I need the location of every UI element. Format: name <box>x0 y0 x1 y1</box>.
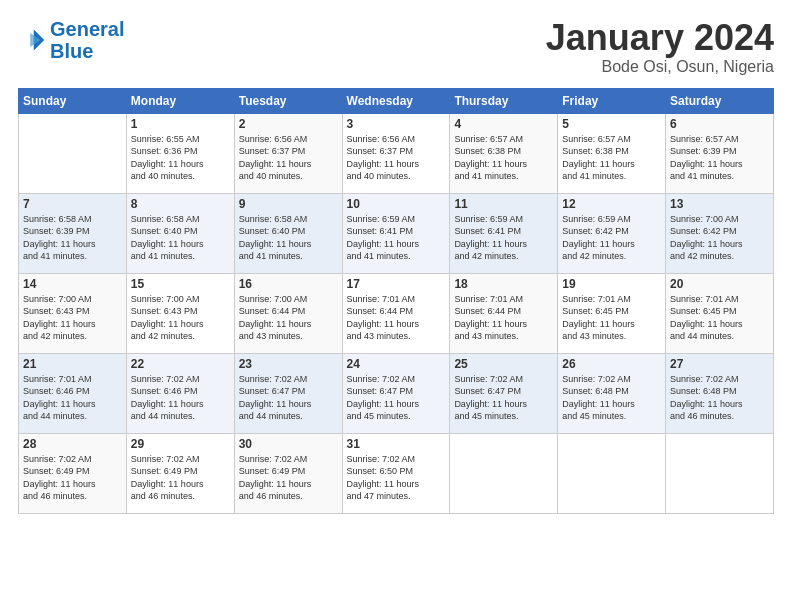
day-number: 16 <box>239 277 338 291</box>
day-number: 4 <box>454 117 553 131</box>
day-number: 14 <box>23 277 122 291</box>
col-header-tuesday: Tuesday <box>234 88 342 113</box>
day-number: 13 <box>670 197 769 211</box>
day-detail: Sunrise: 7:02 AM Sunset: 6:49 PM Dayligh… <box>23 453 122 503</box>
day-detail: Sunrise: 7:02 AM Sunset: 6:48 PM Dayligh… <box>562 373 661 423</box>
day-detail: Sunrise: 6:58 AM Sunset: 6:39 PM Dayligh… <box>23 213 122 263</box>
day-cell: 2Sunrise: 6:56 AM Sunset: 6:37 PM Daylig… <box>234 113 342 193</box>
day-detail: Sunrise: 6:59 AM Sunset: 6:42 PM Dayligh… <box>562 213 661 263</box>
day-number: 9 <box>239 197 338 211</box>
day-number: 17 <box>347 277 446 291</box>
day-cell: 1Sunrise: 6:55 AM Sunset: 6:36 PM Daylig… <box>126 113 234 193</box>
day-cell: 29Sunrise: 7:02 AM Sunset: 6:49 PM Dayli… <box>126 433 234 513</box>
day-cell: 13Sunrise: 7:00 AM Sunset: 6:42 PM Dayli… <box>666 193 774 273</box>
day-cell <box>450 433 558 513</box>
day-number: 7 <box>23 197 122 211</box>
calendar-title: January 2024 <box>546 18 774 58</box>
day-number: 30 <box>239 437 338 451</box>
day-number: 6 <box>670 117 769 131</box>
day-number: 31 <box>347 437 446 451</box>
day-detail: Sunrise: 7:01 AM Sunset: 6:46 PM Dayligh… <box>23 373 122 423</box>
day-detail: Sunrise: 7:01 AM Sunset: 6:44 PM Dayligh… <box>454 293 553 343</box>
day-detail: Sunrise: 7:02 AM Sunset: 6:47 PM Dayligh… <box>239 373 338 423</box>
day-detail: Sunrise: 7:00 AM Sunset: 6:43 PM Dayligh… <box>23 293 122 343</box>
day-number: 25 <box>454 357 553 371</box>
week-row-5: 28Sunrise: 7:02 AM Sunset: 6:49 PM Dayli… <box>19 433 774 513</box>
week-row-4: 21Sunrise: 7:01 AM Sunset: 6:46 PM Dayli… <box>19 353 774 433</box>
day-number: 28 <box>23 437 122 451</box>
day-number: 22 <box>131 357 230 371</box>
day-cell: 10Sunrise: 6:59 AM Sunset: 6:41 PM Dayli… <box>342 193 450 273</box>
calendar-subtitle: Bode Osi, Osun, Nigeria <box>546 58 774 76</box>
day-cell <box>666 433 774 513</box>
day-detail: Sunrise: 6:57 AM Sunset: 6:39 PM Dayligh… <box>670 133 769 183</box>
day-number: 12 <box>562 197 661 211</box>
day-cell: 8Sunrise: 6:58 AM Sunset: 6:40 PM Daylig… <box>126 193 234 273</box>
day-cell: 18Sunrise: 7:01 AM Sunset: 6:44 PM Dayli… <box>450 273 558 353</box>
day-cell: 31Sunrise: 7:02 AM Sunset: 6:50 PM Dayli… <box>342 433 450 513</box>
day-detail: Sunrise: 6:59 AM Sunset: 6:41 PM Dayligh… <box>454 213 553 263</box>
day-detail: Sunrise: 6:57 AM Sunset: 6:38 PM Dayligh… <box>562 133 661 183</box>
day-detail: Sunrise: 7:02 AM Sunset: 6:46 PM Dayligh… <box>131 373 230 423</box>
day-detail: Sunrise: 6:55 AM Sunset: 6:36 PM Dayligh… <box>131 133 230 183</box>
day-detail: Sunrise: 7:01 AM Sunset: 6:44 PM Dayligh… <box>347 293 446 343</box>
day-number: 24 <box>347 357 446 371</box>
day-number: 20 <box>670 277 769 291</box>
day-detail: Sunrise: 7:02 AM Sunset: 6:47 PM Dayligh… <box>347 373 446 423</box>
day-cell: 26Sunrise: 7:02 AM Sunset: 6:48 PM Dayli… <box>558 353 666 433</box>
week-row-2: 7Sunrise: 6:58 AM Sunset: 6:39 PM Daylig… <box>19 193 774 273</box>
col-header-saturday: Saturday <box>666 88 774 113</box>
col-header-thursday: Thursday <box>450 88 558 113</box>
week-row-3: 14Sunrise: 7:00 AM Sunset: 6:43 PM Dayli… <box>19 273 774 353</box>
logo-icon <box>18 26 46 54</box>
day-number: 19 <box>562 277 661 291</box>
day-cell: 15Sunrise: 7:00 AM Sunset: 6:43 PM Dayli… <box>126 273 234 353</box>
day-cell <box>19 113 127 193</box>
day-detail: Sunrise: 7:01 AM Sunset: 6:45 PM Dayligh… <box>562 293 661 343</box>
day-cell: 25Sunrise: 7:02 AM Sunset: 6:47 PM Dayli… <box>450 353 558 433</box>
day-detail: Sunrise: 7:00 AM Sunset: 6:42 PM Dayligh… <box>670 213 769 263</box>
day-detail: Sunrise: 7:02 AM Sunset: 6:49 PM Dayligh… <box>239 453 338 503</box>
day-cell: 12Sunrise: 6:59 AM Sunset: 6:42 PM Dayli… <box>558 193 666 273</box>
day-number: 10 <box>347 197 446 211</box>
logo-general: General <box>50 18 124 40</box>
day-cell: 28Sunrise: 7:02 AM Sunset: 6:49 PM Dayli… <box>19 433 127 513</box>
day-number: 8 <box>131 197 230 211</box>
day-detail: Sunrise: 7:00 AM Sunset: 6:43 PM Dayligh… <box>131 293 230 343</box>
day-cell: 20Sunrise: 7:01 AM Sunset: 6:45 PM Dayli… <box>666 273 774 353</box>
day-cell: 17Sunrise: 7:01 AM Sunset: 6:44 PM Dayli… <box>342 273 450 353</box>
title-block: January 2024 Bode Osi, Osun, Nigeria <box>546 18 774 76</box>
day-number: 2 <box>239 117 338 131</box>
day-detail: Sunrise: 6:58 AM Sunset: 6:40 PM Dayligh… <box>239 213 338 263</box>
day-detail: Sunrise: 7:02 AM Sunset: 6:48 PM Dayligh… <box>670 373 769 423</box>
day-number: 11 <box>454 197 553 211</box>
day-detail: Sunrise: 6:58 AM Sunset: 6:40 PM Dayligh… <box>131 213 230 263</box>
day-number: 21 <box>23 357 122 371</box>
day-cell: 3Sunrise: 6:56 AM Sunset: 6:37 PM Daylig… <box>342 113 450 193</box>
header-row: SundayMondayTuesdayWednesdayThursdayFrid… <box>19 88 774 113</box>
day-cell: 7Sunrise: 6:58 AM Sunset: 6:39 PM Daylig… <box>19 193 127 273</box>
col-header-wednesday: Wednesday <box>342 88 450 113</box>
day-detail: Sunrise: 7:02 AM Sunset: 6:49 PM Dayligh… <box>131 453 230 503</box>
day-cell: 16Sunrise: 7:00 AM Sunset: 6:44 PM Dayli… <box>234 273 342 353</box>
header: General Blue January 2024 Bode Osi, Osun… <box>18 18 774 76</box>
day-number: 29 <box>131 437 230 451</box>
day-number: 1 <box>131 117 230 131</box>
day-detail: Sunrise: 7:02 AM Sunset: 6:50 PM Dayligh… <box>347 453 446 503</box>
day-cell: 23Sunrise: 7:02 AM Sunset: 6:47 PM Dayli… <box>234 353 342 433</box>
day-cell: 4Sunrise: 6:57 AM Sunset: 6:38 PM Daylig… <box>450 113 558 193</box>
day-detail: Sunrise: 6:57 AM Sunset: 6:38 PM Dayligh… <box>454 133 553 183</box>
logo-text: General Blue <box>50 18 124 62</box>
day-number: 3 <box>347 117 446 131</box>
day-detail: Sunrise: 6:59 AM Sunset: 6:41 PM Dayligh… <box>347 213 446 263</box>
day-number: 18 <box>454 277 553 291</box>
day-number: 26 <box>562 357 661 371</box>
day-cell: 21Sunrise: 7:01 AM Sunset: 6:46 PM Dayli… <box>19 353 127 433</box>
day-number: 15 <box>131 277 230 291</box>
day-detail: Sunrise: 6:56 AM Sunset: 6:37 PM Dayligh… <box>239 133 338 183</box>
day-cell: 5Sunrise: 6:57 AM Sunset: 6:38 PM Daylig… <box>558 113 666 193</box>
day-detail: Sunrise: 6:56 AM Sunset: 6:37 PM Dayligh… <box>347 133 446 183</box>
day-detail: Sunrise: 7:01 AM Sunset: 6:45 PM Dayligh… <box>670 293 769 343</box>
col-header-sunday: Sunday <box>19 88 127 113</box>
col-header-friday: Friday <box>558 88 666 113</box>
